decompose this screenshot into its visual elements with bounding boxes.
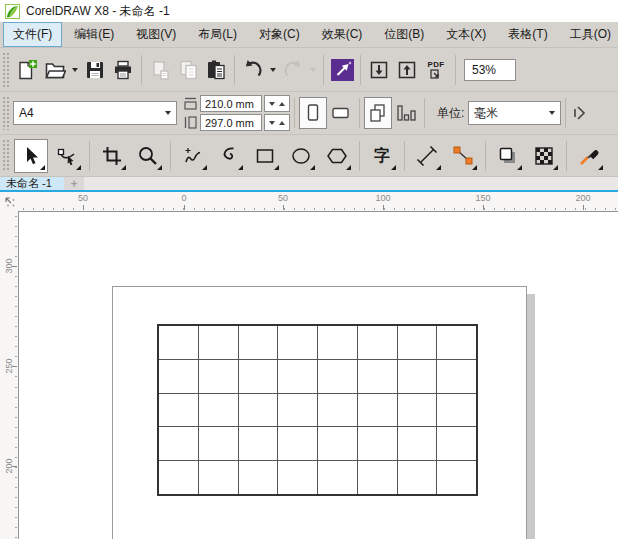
- open-dropdown-arrow[interactable]: [72, 68, 78, 72]
- units-combobox[interactable]: 毫米: [468, 101, 561, 125]
- ruler-tick: [15, 286, 17, 287]
- property-bar-separator: [359, 98, 360, 128]
- menu-effects[interactable]: 效果(C): [312, 22, 373, 47]
- menu-object[interactable]: 对象(C): [249, 22, 310, 47]
- ruler-tick: [103, 208, 104, 210]
- portrait-button[interactable]: [299, 97, 327, 129]
- ruler-major-tick: [383, 205, 384, 210]
- table-cell: [199, 326, 238, 359]
- ruler-row: 50050100150200: [0, 192, 618, 211]
- ruler-tick: [15, 487, 17, 488]
- polygon-tool[interactable]: [320, 139, 354, 173]
- menu-view[interactable]: 视图(V): [126, 22, 186, 47]
- freehand-tool[interactable]: [176, 139, 210, 173]
- property-bar-grip[interactable]: [2, 96, 10, 130]
- ellipse-tool[interactable]: [284, 139, 318, 173]
- redo-dropdown-arrow[interactable]: [310, 68, 316, 72]
- transparency-tool[interactable]: [527, 139, 561, 173]
- menu-file[interactable]: 文件(F): [3, 22, 62, 47]
- ruler-tick: [444, 208, 445, 210]
- table-cell: [239, 394, 278, 427]
- title-bar: CorelDRAW X8 - 未命名 -1: [0, 0, 618, 22]
- page[interactable]: [112, 286, 527, 539]
- ruler-label: 300: [4, 258, 14, 273]
- ruler-tick: [15, 336, 17, 337]
- bezier-tool[interactable]: [212, 139, 246, 173]
- copy-button[interactable]: [174, 55, 202, 85]
- export-button[interactable]: [393, 55, 421, 85]
- menu-edit[interactable]: 编辑(E): [64, 22, 124, 47]
- vertical-ruler[interactable]: 300250200: [0, 211, 18, 539]
- cut-button[interactable]: [146, 55, 174, 85]
- table-cell: [318, 461, 357, 494]
- page-height-value: 297.0 mm: [205, 117, 254, 129]
- page-height-stepper[interactable]: [264, 114, 290, 131]
- snap-partial-button[interactable]: [570, 98, 598, 128]
- page-width-stepper[interactable]: [264, 95, 290, 112]
- menu-layout[interactable]: 布局(L): [188, 22, 247, 47]
- ruler-tick: [63, 208, 64, 210]
- import-button[interactable]: [365, 55, 393, 85]
- coreldraw-window: CorelDRAW X8 - 未命名 -1 文件(F) 编辑(E) 视图(V) …: [0, 0, 618, 539]
- text-tool[interactable]: 字: [365, 139, 399, 173]
- redo-button[interactable]: [279, 55, 307, 85]
- table-cell: [239, 326, 278, 359]
- color-eyedropper-tool[interactable]: [572, 139, 606, 173]
- ruler-tick: [163, 208, 164, 210]
- paste-button[interactable]: [202, 55, 230, 85]
- dimension-tool[interactable]: [410, 139, 444, 173]
- menu-tools[interactable]: 工具(O): [560, 22, 618, 47]
- print-button[interactable]: [109, 55, 137, 85]
- horizontal-ruler[interactable]: 50050100150200: [18, 192, 618, 211]
- ruler-tick: [43, 208, 44, 210]
- landscape-button[interactable]: [327, 97, 355, 129]
- table-cell: [278, 394, 317, 427]
- publish-pdf-button[interactable]: PDF: [421, 55, 451, 85]
- connector-tool[interactable]: [446, 139, 480, 173]
- page-sorter-button[interactable]: [392, 97, 420, 129]
- zoom-level-value: 53%: [472, 63, 496, 77]
- shape-tool[interactable]: [50, 139, 84, 173]
- toolbox-separator: [404, 141, 405, 171]
- save-floppy-icon: [84, 59, 106, 81]
- ruler-tick: [15, 296, 17, 297]
- toolbox-grip[interactable]: [2, 139, 10, 172]
- welcome-screen-icon: [331, 59, 354, 81]
- welcome-screen-button[interactable]: [328, 55, 356, 85]
- page-height-field[interactable]: 297.0 mm: [200, 114, 262, 131]
- ruler-origin-button[interactable]: [0, 192, 18, 211]
- rectangle-tool[interactable]: [248, 139, 282, 173]
- ruler-tick: [143, 208, 144, 210]
- menu-bitmaps[interactable]: 位图(B): [374, 22, 434, 47]
- pick-tool[interactable]: [14, 139, 48, 173]
- save-button[interactable]: [81, 55, 109, 85]
- drop-shadow-tool[interactable]: [491, 139, 525, 173]
- undo-button[interactable]: [239, 55, 267, 85]
- paper-size-value: A4: [19, 106, 34, 120]
- paper-size-combobox[interactable]: A4: [13, 101, 177, 125]
- ruler-tick: [15, 276, 17, 277]
- all-pages-button[interactable]: [364, 97, 392, 129]
- crop-tool[interactable]: [95, 139, 129, 173]
- snap-partial-icon: [573, 102, 595, 124]
- open-button[interactable]: [41, 55, 69, 85]
- menu-table[interactable]: 表格(T): [498, 22, 557, 47]
- menu-text[interactable]: 文本(X): [436, 22, 496, 47]
- table-object[interactable]: [157, 324, 478, 496]
- new-tab-button[interactable]: +: [64, 177, 84, 190]
- zoom-tool[interactable]: [131, 139, 165, 173]
- ruler-tick: [494, 208, 495, 210]
- drawing-canvas[interactable]: [18, 211, 618, 539]
- ruler-tick: [464, 208, 465, 210]
- toolbar-grip[interactable]: [2, 52, 10, 86]
- page-width-field[interactable]: 210.0 mm: [200, 95, 262, 112]
- print-icon: [112, 59, 134, 81]
- zoom-level-combobox[interactable]: 53%: [464, 59, 516, 81]
- polygon-tool-icon: [326, 145, 348, 167]
- page-sorter-icon: [395, 102, 417, 124]
- document-tab[interactable]: 未命名 -1: [0, 177, 64, 190]
- ruler-tick: [204, 208, 205, 210]
- new-document-button[interactable]: [13, 55, 41, 85]
- table-cell: [159, 394, 198, 427]
- undo-dropdown-arrow[interactable]: [270, 68, 276, 72]
